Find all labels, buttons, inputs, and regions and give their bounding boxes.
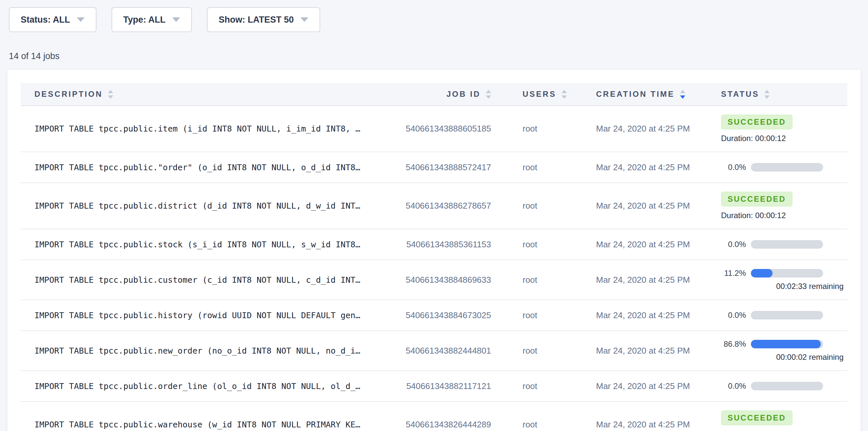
progress-percent: 0.0% xyxy=(721,240,746,249)
job-description-link[interactable]: IMPORT TABLE tpcc.public."order" (o_id I… xyxy=(21,163,391,172)
job-id: 540661343882444801 xyxy=(391,346,491,356)
job-description-link[interactable]: IMPORT TABLE tpcc.public.new_order (no_o… xyxy=(21,346,391,356)
job-user: root xyxy=(491,310,596,320)
status-filter-dropdown[interactable]: Status: ALL xyxy=(9,7,96,32)
job-user: root xyxy=(491,201,596,211)
column-header-description[interactable]: DESCRIPTION xyxy=(21,90,391,99)
job-creation-time: Mar 24, 2020 at 4:25 PM xyxy=(596,310,721,320)
show-filter-label: Show: LATEST 50 xyxy=(219,15,294,25)
progress-percent: 86.8% xyxy=(721,339,746,349)
progress-line: 0.0% xyxy=(721,240,847,249)
status-succeeded-badge: SUCCEEDED xyxy=(721,115,793,129)
column-header-label: USERS xyxy=(523,90,556,99)
type-filter-dropdown[interactable]: Type: ALL xyxy=(112,7,192,32)
progress-bar xyxy=(751,163,823,172)
progress-percent: 0.0% xyxy=(721,381,746,391)
sort-arrows-icon[interactable] xyxy=(680,90,685,99)
chevron-down-icon xyxy=(172,18,180,22)
job-id: 540661343888572417 xyxy=(391,162,491,173)
filters-row: Status: ALL Type: ALL Show: LATEST 50 xyxy=(0,0,868,32)
jobs-page: Status: ALL Type: ALL Show: LATEST 50 14… xyxy=(0,0,868,431)
job-status-cell: 0.0% xyxy=(721,302,847,328)
job-description-link[interactable]: IMPORT TABLE tpcc.public.stock (s_i_id I… xyxy=(21,240,391,249)
table-row[interactable]: IMPORT TABLE tpcc.public.warehouse (w_id… xyxy=(21,402,847,431)
table-row[interactable]: IMPORT TABLE tpcc.public.stock (s_i_id I… xyxy=(21,229,847,260)
status-filter-label: Status: ALL xyxy=(21,15,70,25)
table-row[interactable]: IMPORT TABLE tpcc.public.customer (c_id … xyxy=(21,260,847,300)
progress-percent: 0.0% xyxy=(721,311,746,320)
table-row[interactable]: IMPORT TABLE tpcc.public."order" (o_id I… xyxy=(21,152,847,183)
column-header-users[interactable]: USERS xyxy=(491,90,596,99)
sort-arrows-icon[interactable] xyxy=(108,90,113,99)
job-id: 540661343884673025 xyxy=(391,310,491,320)
job-user: root xyxy=(491,346,596,356)
table-row[interactable]: IMPORT TABLE tpcc.public.item (i_id INT8… xyxy=(21,106,847,152)
column-header-label: STATUS xyxy=(721,90,759,99)
job-description-link[interactable]: IMPORT TABLE tpcc.public.history (rowid … xyxy=(21,311,391,320)
job-creation-time: Mar 24, 2020 at 4:25 PM xyxy=(596,240,721,250)
chevron-down-icon xyxy=(301,18,308,22)
table-header-row: DESCRIPTION JOB ID USERS CREATION TIME S… xyxy=(21,83,847,106)
jobs-count-summary: 14 of 14 jobs xyxy=(9,51,868,61)
job-creation-time: Mar 24, 2020 at 4:25 PM xyxy=(596,275,721,285)
job-description-link[interactable]: IMPORT TABLE tpcc.public.customer (c_id … xyxy=(21,275,391,285)
job-description-link[interactable]: IMPORT TABLE tpcc.public.warehouse (w_id… xyxy=(21,420,391,429)
sort-arrows-icon[interactable] xyxy=(486,90,491,99)
job-user: root xyxy=(491,240,596,250)
progress-bar-fill xyxy=(751,269,773,277)
job-user: root xyxy=(491,124,596,134)
job-id: 540661343882117121 xyxy=(391,381,491,391)
job-user: root xyxy=(491,275,596,285)
job-duration: Duration: 00:00:12 xyxy=(721,211,847,220)
job-user: root xyxy=(491,420,596,430)
jobs-table-card: DESCRIPTION JOB ID USERS CREATION TIME S… xyxy=(7,70,861,431)
column-header-status[interactable]: STATUS xyxy=(721,90,847,99)
job-id: 540661343886278657 xyxy=(391,201,491,211)
job-id: 540661343885361153 xyxy=(391,240,491,250)
table-row[interactable]: IMPORT TABLE tpcc.public.district (d_id … xyxy=(21,183,847,229)
show-filter-dropdown[interactable]: Show: LATEST 50 xyxy=(207,7,320,32)
job-creation-time: Mar 24, 2020 at 4:25 PM xyxy=(596,162,721,173)
job-status-cell: 0.0% xyxy=(721,373,847,399)
time-remaining: 00:02:33 remaining xyxy=(776,282,847,291)
job-duration: Duration: 00:00:08 xyxy=(721,430,847,431)
progress-line: 0.0% xyxy=(721,163,847,172)
status-succeeded-badge: SUCCEEDED xyxy=(721,191,793,207)
job-user: root xyxy=(491,162,596,173)
column-header-label: JOB ID xyxy=(446,90,480,99)
table-row[interactable]: IMPORT TABLE tpcc.public.new_order (no_o… xyxy=(21,331,847,371)
table-row[interactable]: IMPORT TABLE tpcc.public.history (rowid … xyxy=(21,300,847,331)
job-id: 540661343888605185 xyxy=(391,124,491,134)
job-creation-time: Mar 24, 2020 at 4:25 PM xyxy=(596,346,721,356)
job-status-cell: 11.2%00:02:33 remaining xyxy=(721,260,847,300)
progress-line: 86.8% xyxy=(721,339,847,349)
chevron-down-icon xyxy=(77,18,85,22)
column-header-label: DESCRIPTION xyxy=(34,90,103,99)
progress-bar xyxy=(751,269,823,277)
job-duration: Duration: 00:00:12 xyxy=(721,134,847,143)
job-status-cell: SUCCEEDEDDuration: 00:00:08 xyxy=(721,402,847,431)
job-status-cell: SUCCEEDEDDuration: 00:00:12 xyxy=(721,106,847,152)
progress-bar xyxy=(751,311,823,319)
job-description-link[interactable]: IMPORT TABLE tpcc.public.item (i_id INT8… xyxy=(21,124,391,133)
job-id: 540661343884869633 xyxy=(391,275,491,285)
progress-bar xyxy=(751,240,823,249)
table-body: IMPORT TABLE tpcc.public.item (i_id INT8… xyxy=(21,106,847,431)
column-header-label: CREATION TIME xyxy=(596,90,675,99)
time-remaining: 00:00:02 remaining xyxy=(776,352,847,362)
table-row[interactable]: IMPORT TABLE tpcc.public.order_line (ol_… xyxy=(21,371,847,402)
progress-bar-fill xyxy=(751,340,821,348)
sort-arrows-icon[interactable] xyxy=(562,90,567,99)
job-status-cell: SUCCEEDEDDuration: 00:00:12 xyxy=(721,183,847,228)
progress-line: 0.0% xyxy=(721,311,847,320)
progress-line: 11.2% xyxy=(721,269,847,278)
job-description-link[interactable]: IMPORT TABLE tpcc.public.district (d_id … xyxy=(21,201,391,211)
job-status-cell: 86.8%00:00:02 remaining xyxy=(721,331,847,370)
job-description-link[interactable]: IMPORT TABLE tpcc.public.order_line (ol_… xyxy=(21,381,391,391)
job-id: 540661343826444289 xyxy=(391,420,491,430)
progress-bar xyxy=(751,340,823,348)
column-header-job-id[interactable]: JOB ID xyxy=(391,90,491,99)
column-header-creation-time[interactable]: CREATION TIME xyxy=(596,90,721,99)
job-creation-time: Mar 24, 2020 at 4:25 PM xyxy=(596,381,721,391)
sort-arrows-icon[interactable] xyxy=(764,90,770,99)
